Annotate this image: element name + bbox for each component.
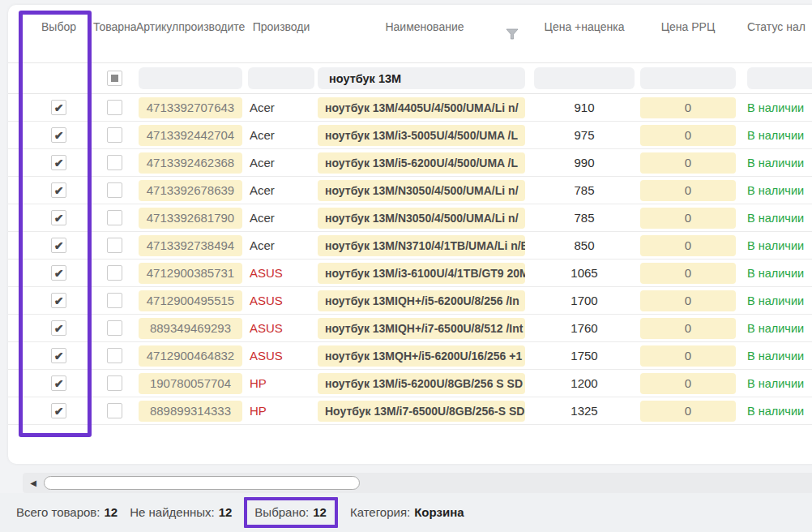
manufacturer-cell: HP [250, 376, 267, 390]
column-header-article[interactable]: Артикулпроизводителя [136, 5, 245, 62]
status-cell: В наличии [747, 157, 804, 169]
row-found-checkbox[interactable] [107, 348, 122, 363]
manufacturer-filter-input[interactable] [248, 67, 314, 89]
row-select-checkbox[interactable]: ✔ [51, 100, 66, 115]
price-cell: 990 [574, 156, 594, 169]
check-icon: ✔ [54, 157, 64, 169]
price-cell: 1700 [571, 294, 597, 307]
price-cell: 975 [574, 128, 594, 142]
row-found-checkbox[interactable] [107, 155, 122, 170]
products-table-card: Выбор Товарнайден Артикулпроизводителя П… [8, 5, 812, 464]
table-row: ✔ 4713392738494 Acer ноутбук 13M/N3710/4… [8, 232, 812, 260]
row-select-checkbox[interactable]: ✔ [51, 320, 66, 336]
status-cell: В наличии [747, 267, 804, 280]
price-filter-input[interactable] [534, 67, 635, 89]
price-cell: 1065 [571, 266, 597, 280]
rrp-cell: 0 [640, 373, 736, 394]
table-row: ✔ 4713392442704 Acer ноутбук 13M/i3-5005… [8, 122, 812, 149]
manufacturer-cell: ASUS [250, 321, 283, 335]
row-found-checkbox[interactable] [107, 265, 122, 281]
article-cell: 4713392442704 [139, 125, 242, 146]
check-icon: ✔ [54, 295, 64, 307]
name-cell: ноутбук 13MQH+/i5-6200U/16/256 +1 [318, 345, 525, 367]
manufacturer-cell: Acer [250, 156, 275, 169]
products-grid-page: Выбор Товарнайден Артикулпроизводителя П… [0, 0, 812, 532]
manufacturer-cell: HP [250, 404, 267, 418]
category-label: Категория:Корзина [350, 504, 464, 521]
rrp-cell: 0 [640, 401, 736, 422]
found-filter-checkbox[interactable] [107, 71, 122, 86]
table-body: ✔ 4713392707643 Acer ноутбук 13M/4405U/4… [8, 94, 812, 425]
name-filter-input[interactable] [318, 67, 525, 89]
row-select-checkbox[interactable]: ✔ [51, 238, 66, 253]
row-found-checkbox[interactable] [107, 100, 122, 115]
row-found-checkbox[interactable] [107, 320, 122, 336]
table-row: ✔ 4713392678639 Acer ноутбук 13M/N3050/4… [8, 177, 812, 204]
row-select-checkbox[interactable]: ✔ [51, 182, 66, 198]
table-row: ✔ 4713392707643 Acer ноутбук 13M/4405U/4… [8, 94, 812, 122]
row-select-checkbox[interactable]: ✔ [51, 265, 66, 281]
indeterminate-icon [111, 75, 118, 82]
price-cell: 785 [574, 183, 594, 197]
column-header-selection[interactable]: Выбор [24, 5, 93, 62]
row-select-checkbox[interactable]: ✔ [51, 155, 66, 170]
article-filter-input[interactable] [139, 67, 242, 89]
row-select-checkbox[interactable]: ✔ [51, 403, 66, 418]
row-found-checkbox[interactable] [107, 127, 122, 143]
article-cell: 4713392681790 [139, 208, 242, 229]
check-icon: ✔ [54, 323, 64, 334]
name-cell: ноутбук 13MIQH+/i5-6200U/8/256 /In [318, 290, 525, 311]
row-select-checkbox[interactable]: ✔ [51, 127, 66, 143]
row-found-checkbox[interactable] [107, 238, 122, 253]
table-row: ✔ 889899314333 HP Ноутбук 13M/i7-6500U/8… [8, 397, 812, 425]
article-cell: 4713392678639 [139, 180, 242, 201]
row-found-checkbox[interactable] [107, 210, 122, 225]
table-filter-row [8, 63, 812, 94]
check-icon: ✔ [54, 350, 64, 362]
row-select-checkbox[interactable]: ✔ [51, 210, 66, 225]
column-header-rrp[interactable]: Цена РРЦ [637, 5, 739, 62]
row-found-checkbox[interactable] [107, 375, 122, 391]
column-header-status[interactable]: Статус нал [739, 5, 812, 62]
name-cell: Ноутбук 13M/i7-6500U/8GB/256-S SD [318, 401, 525, 422]
article-cell: 4713392462368 [139, 152, 242, 174]
table-row: ✔ 4712900495515 ASUS ноутбук 13MIQH+/i5-… [8, 287, 812, 315]
status-filter-input[interactable] [747, 67, 812, 89]
scrollbar-thumb[interactable] [44, 476, 360, 490]
check-icon: ✔ [54, 378, 64, 389]
column-header-name[interactable]: Наименование [318, 5, 532, 62]
row-found-checkbox[interactable] [107, 182, 122, 198]
rrp-cell: 0 [640, 235, 736, 256]
manufacturer-cell: Acer [250, 128, 275, 142]
name-cell: ноутбук 13M/N3050/4/500/UMA/Li n/ [318, 208, 525, 229]
manufacturer-cell: ASUS [250, 349, 283, 363]
rrp-cell: 0 [640, 152, 736, 174]
scroll-left-arrow-icon[interactable]: ◀ [23, 478, 44, 487]
row-found-checkbox[interactable] [107, 403, 122, 418]
column-header-manufacturer[interactable]: Производи [245, 5, 318, 62]
check-icon: ✔ [54, 185, 64, 196]
row-select-checkbox[interactable]: ✔ [51, 348, 66, 363]
manufacturer-cell: Acer [250, 211, 275, 225]
name-cell: ноутбук 13M/N3710/4/1TB/UMA/Li n/B [318, 235, 525, 256]
rrp-cell: 0 [640, 97, 736, 118]
horizontal-scrollbar[interactable]: ◀ [23, 473, 812, 493]
name-cell: ноутбук 13M/i3-6100U/4/1TB/GT9 20M [318, 263, 525, 284]
column-header-found[interactable]: Товарнайден [93, 5, 136, 62]
rrp-filter-input[interactable] [640, 67, 736, 89]
row-select-checkbox[interactable]: ✔ [51, 375, 66, 391]
table-row: ✔ 4713392681790 Acer ноутбук 13M/N3050/4… [8, 204, 812, 232]
filter-icon[interactable] [506, 28, 519, 41]
name-cell: ноутбук 13M/4405U/4/500/UMA/Li n/ [318, 97, 525, 118]
table-row: ✔ 4713392462368 Acer ноутбук 13M/i5-6200… [8, 149, 812, 177]
row-select-checkbox[interactable]: ✔ [51, 293, 66, 308]
check-icon: ✔ [54, 268, 64, 279]
name-cell: ноутбук 13M/i3-5005U/4/500/UMA /L [318, 125, 525, 146]
status-cell: В наличии [747, 212, 804, 225]
article-cell: 4712900464832 [139, 345, 242, 367]
table-row: ✔ 190780057704 HP ноутбук 13M/i5-6200U/8… [8, 370, 812, 397]
manufacturer-cell: Acer [250, 183, 275, 197]
rrp-cell: 0 [640, 263, 736, 284]
row-found-checkbox[interactable] [107, 293, 122, 308]
column-header-price[interactable]: Цена +наценка [532, 5, 637, 62]
